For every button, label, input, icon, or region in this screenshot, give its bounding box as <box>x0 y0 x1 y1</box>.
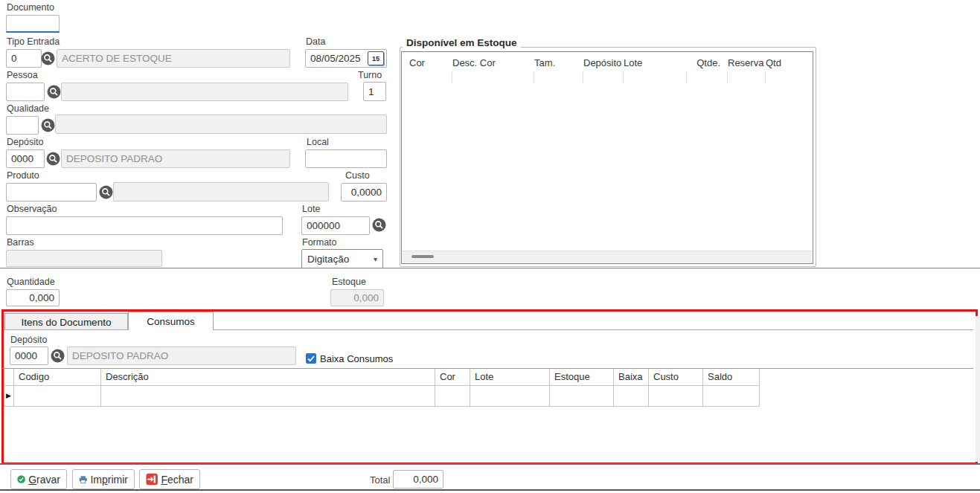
quantidade-input[interactable] <box>6 289 60 306</box>
formato-select[interactable]: Digitação ▾ <box>301 249 383 268</box>
grid-column-header-lote: Lote <box>470 369 550 385</box>
local-input[interactable] <box>305 149 387 168</box>
custo-label: Custo <box>345 170 370 181</box>
column-header-desc-cor <box>452 71 534 83</box>
pessoa-description <box>61 83 348 101</box>
current-row-marker-icon: ▶ <box>4 386 13 406</box>
consumos-grid-empty-row[interactable]: ▶ <box>4 386 760 407</box>
fechar-button[interactable]: Fechar <box>139 469 200 489</box>
baixa-consumos-checkbox[interactable] <box>306 353 316 364</box>
search-icon <box>99 185 113 199</box>
tipo-entrada-search-button[interactable] <box>41 51 55 65</box>
calendar-day-glyph: 15 <box>372 55 379 62</box>
produto-code-input[interactable] <box>6 183 97 202</box>
pessoa-code-input[interactable] <box>6 83 45 101</box>
pessoa-label: Pessoa <box>7 70 38 80</box>
deposito-search-button[interactable] <box>46 152 60 166</box>
grid-empty-cell[interactable] <box>14 386 101 406</box>
qualidade-search-button[interactable] <box>41 118 55 132</box>
column-header-tam-: Tam. <box>534 57 583 68</box>
tipo-entrada-label: Tipo Entrada <box>7 36 60 47</box>
save-check-icon <box>17 473 25 486</box>
consumos-deposito-search-button[interactable] <box>51 349 65 363</box>
grid-column-header-descri-o: Descrição <box>101 369 435 385</box>
column-header-reserva <box>728 71 766 83</box>
custo-input[interactable] <box>341 183 387 202</box>
consumos-grid-header: CodigoDescriçãoCorLoteEstoqueBaixaCustoS… <box>4 369 760 386</box>
estoque-input <box>330 289 384 306</box>
gravar-button[interactable]: Gravar <box>10 469 67 489</box>
calendar-icon[interactable]: 15 <box>368 51 384 65</box>
grid-empty-cell[interactable] <box>649 386 703 406</box>
gravar-label: Gravar <box>28 474 60 486</box>
observacao-input[interactable] <box>6 216 283 235</box>
qualidade-label: Qualidade <box>7 103 49 114</box>
documento-input[interactable] <box>6 15 60 33</box>
stock-groupbox-title: Disponível em Estoque <box>403 37 521 48</box>
lote-label: Lote <box>302 204 320 214</box>
estoque-label: Estoque <box>332 277 366 287</box>
row-selector-cell: ▶ <box>4 386 14 406</box>
outer-background <box>976 316 980 462</box>
deposito-code-input[interactable] <box>6 149 45 168</box>
divider-line-highlight <box>0 268 980 269</box>
column-header-qtd <box>766 71 816 83</box>
tab-label: Consumos <box>147 316 195 327</box>
search-icon <box>41 118 55 132</box>
stock-table-column-separators <box>402 71 813 83</box>
local-label: Local <box>307 137 329 147</box>
scrollbar-thumb[interactable] <box>411 255 434 258</box>
column-header-dep-sito: Depósito <box>583 57 624 68</box>
horizontal-scrollbar[interactable] <box>403 251 812 262</box>
search-icon <box>41 51 55 65</box>
chevron-down-icon: ▾ <box>374 255 377 263</box>
column-header-qtde-: Qtde. <box>687 57 728 68</box>
grid-empty-cell[interactable] <box>703 386 760 406</box>
total-input <box>393 470 443 489</box>
qualidade-code-input[interactable] <box>6 116 39 135</box>
grid-column-header-saldo: Saldo <box>703 369 760 385</box>
grid-empty-cell[interactable] <box>614 386 649 406</box>
consumos-deposito-code-input[interactable] <box>10 347 48 365</box>
imprimir-button[interactable]: Imprimir <box>72 469 135 489</box>
produto-label: Produto <box>7 170 39 181</box>
consumos-grid: CodigoDescriçãoCorLoteEstoqueBaixaCustoS… <box>4 369 760 407</box>
qualidade-description <box>55 115 387 134</box>
grid-empty-cell[interactable] <box>470 386 550 406</box>
produto-search-button[interactable] <box>99 185 113 199</box>
formato-label: Formato <box>302 237 337 248</box>
data-label: Data <box>306 36 325 47</box>
lote-search-button[interactable] <box>372 218 386 232</box>
column-header-lote <box>624 71 687 83</box>
check-icon <box>307 355 315 362</box>
column-header-cor: Cor <box>409 57 452 68</box>
column-header-qtd: Qtd <box>766 57 816 68</box>
tipo-entrada-code-input[interactable] <box>6 49 42 68</box>
exit-icon <box>146 473 158 486</box>
grid-empty-cell[interactable] <box>435 386 470 406</box>
consumos-deposito-description <box>67 347 296 365</box>
grid-empty-cell[interactable] <box>550 386 614 406</box>
stock-adjustment-window: Documento Tipo Entrada Data 15 Pessoa Tu… <box>0 0 980 493</box>
tab-itens-do-documento[interactable]: Itens do Documento <box>4 313 128 330</box>
search-icon <box>46 152 60 166</box>
barras-input <box>6 250 162 267</box>
grid-column-header-codigo: Codigo <box>14 369 101 385</box>
column-header-reserva: Reserva <box>728 57 766 68</box>
tab-label: Itens do Documento <box>22 317 112 328</box>
search-icon <box>372 218 386 232</box>
turno-input[interactable] <box>363 82 386 101</box>
tipo-entrada-description <box>57 49 290 68</box>
baixa-consumos-label: Baixa Consumos <box>320 353 393 364</box>
fechar-label: Fechar <box>161 474 193 486</box>
search-icon <box>47 85 61 99</box>
pessoa-search-button[interactable] <box>47 85 61 99</box>
grid-column-header-baixa: Baixa <box>614 369 649 385</box>
imprimir-label: Imprimir <box>90 474 128 486</box>
tab-consumos[interactable]: Consumos <box>128 312 214 330</box>
column-header-qtde- <box>687 71 728 83</box>
column-header-lote: Lote <box>624 57 687 68</box>
grid-column-header-cor: Cor <box>435 369 470 385</box>
lote-input[interactable] <box>301 216 370 235</box>
grid-empty-cell[interactable] <box>101 386 435 406</box>
